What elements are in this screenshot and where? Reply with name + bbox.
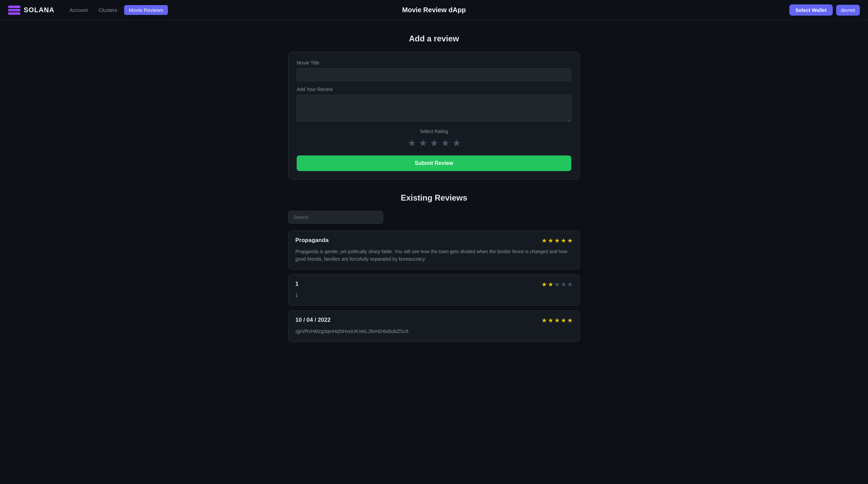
navbar-nav: Account Clusters Movie Reviews bbox=[65, 5, 167, 15]
star-4[interactable]: ★ bbox=[441, 137, 450, 149]
rating-label: Select Rating bbox=[297, 129, 571, 134]
review-star-5: ★ bbox=[567, 317, 573, 324]
svg-rect-0 bbox=[8, 5, 20, 8]
review-textarea[interactable] bbox=[297, 95, 571, 122]
review-stars: ★★★★★ bbox=[541, 237, 573, 244]
review-body: Propganda is gentle, yet politically sha… bbox=[295, 248, 573, 263]
review-card: Propaganda ★★★★★ Propganda is gentle, ye… bbox=[288, 230, 580, 269]
review-stars: ★★★★★ bbox=[541, 317, 573, 324]
review-star-1: ★ bbox=[541, 317, 547, 324]
review-star-3: ★ bbox=[554, 281, 560, 288]
navbar-right: Select Wallet devnet bbox=[789, 4, 860, 16]
review-title: 1 bbox=[295, 281, 298, 287]
review-body: 1 bbox=[295, 292, 573, 299]
review-star-5: ★ bbox=[567, 281, 573, 288]
star-2[interactable]: ★ bbox=[419, 137, 427, 149]
nav-clusters[interactable]: Clusters bbox=[95, 5, 121, 15]
review-stars: ★★★★★ bbox=[541, 281, 573, 288]
reviews-section: Existing Reviews Propaganda ★★★★★ Propga… bbox=[288, 193, 580, 342]
reviews-container: Propaganda ★★★★★ Propganda is gentle, ye… bbox=[288, 230, 580, 342]
review-star-5: ★ bbox=[567, 237, 573, 244]
network-button[interactable]: devnet bbox=[836, 5, 860, 16]
review-text-group: Add Your Review bbox=[297, 87, 571, 123]
review-star-3: ★ bbox=[554, 237, 560, 244]
review-card: 1 ★★★★★ 1 bbox=[288, 274, 580, 305]
review-header: 1 ★★★★★ bbox=[295, 281, 573, 288]
review-body: zjpVRVHMzg3qmHq5tHvxiUKVeiLJ9oHD4ia5obZf… bbox=[295, 328, 573, 335]
add-review-title: Add a review bbox=[288, 34, 580, 43]
review-star-4: ★ bbox=[561, 281, 566, 288]
existing-reviews-title: Existing Reviews bbox=[288, 193, 580, 203]
page-title: Movie Review dApp bbox=[402, 6, 466, 14]
review-header: 10 / 04 / 2022 ★★★★★ bbox=[295, 317, 573, 324]
submit-review-button[interactable]: Submit Review bbox=[297, 155, 571, 171]
review-star-4: ★ bbox=[561, 317, 566, 324]
svg-rect-2 bbox=[8, 12, 20, 15]
solana-logo-icon bbox=[8, 5, 20, 15]
brand: SOLANA bbox=[8, 5, 54, 15]
review-star-3: ★ bbox=[554, 317, 560, 324]
movie-title-label: Movie Title bbox=[297, 60, 571, 66]
review-text-label: Add Your Review bbox=[297, 87, 571, 92]
rating-section: Select Rating ★ ★ ★ ★ ★ bbox=[297, 129, 571, 149]
stars-container: ★ ★ ★ ★ ★ bbox=[297, 137, 571, 149]
review-star-1: ★ bbox=[541, 237, 547, 244]
review-star-2: ★ bbox=[548, 281, 553, 288]
main-content: Add a review Movie Title Add Your Review… bbox=[281, 20, 587, 367]
review-title: Propaganda bbox=[295, 237, 329, 244]
movie-title-group: Movie Title bbox=[297, 60, 571, 81]
star-3[interactable]: ★ bbox=[430, 137, 438, 149]
nav-account[interactable]: Account bbox=[65, 5, 92, 15]
review-star-1: ★ bbox=[541, 281, 547, 288]
review-header: Propaganda ★★★★★ bbox=[295, 237, 573, 244]
review-title: 10 / 04 / 2022 bbox=[295, 317, 331, 323]
star-5[interactable]: ★ bbox=[452, 137, 461, 149]
review-card: 10 / 04 / 2022 ★★★★★ zjpVRVHMzg3qmHq5tHv… bbox=[288, 310, 580, 341]
brand-text: SOLANA bbox=[24, 6, 54, 14]
movie-title-input[interactable] bbox=[297, 68, 571, 81]
svg-rect-1 bbox=[8, 9, 20, 11]
review-star-4: ★ bbox=[561, 237, 566, 244]
star-1[interactable]: ★ bbox=[408, 137, 416, 149]
select-wallet-button[interactable]: Select Wallet bbox=[789, 4, 833, 16]
navbar: SOLANA Account Clusters Movie Reviews Mo… bbox=[0, 0, 868, 20]
search-input[interactable] bbox=[288, 211, 383, 224]
review-star-2: ★ bbox=[548, 237, 553, 244]
add-review-form-card: Movie Title Add Your Review Select Ratin… bbox=[288, 52, 580, 180]
nav-movie-reviews[interactable]: Movie Reviews bbox=[124, 5, 168, 15]
review-star-2: ★ bbox=[548, 317, 553, 324]
